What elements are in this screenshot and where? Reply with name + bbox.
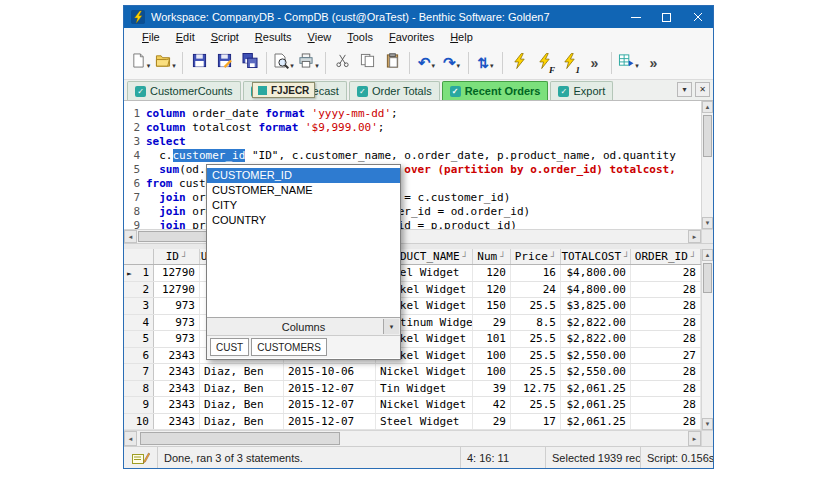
- save-button[interactable]: [188, 50, 211, 76]
- cell-order[interactable]: 28: [631, 298, 701, 314]
- cell-date[interactable]: 2015-12-07: [284, 414, 376, 430]
- cell-price[interactable]: 25.5: [511, 364, 561, 380]
- more-2-button[interactable]: »: [642, 50, 665, 76]
- row-selector[interactable]: 8: [124, 381, 154, 397]
- autocomplete-item[interactable]: CUSTOMER_ID: [207, 168, 400, 183]
- code-text[interactable]: column order_date format 'yyyy-mm-dd';: [146, 107, 398, 121]
- editor-line[interactable]: 4 c.customer_id "ID", c.customer_name, o…: [124, 149, 701, 163]
- cell-num[interactable]: 100: [473, 364, 511, 380]
- chevron-down-icon[interactable]: [489, 54, 494, 72]
- close-button[interactable]: [682, 6, 713, 28]
- editor-line[interactable]: 2column totalcost format '$9,999.00';: [124, 121, 701, 135]
- scroll-down-arrow[interactable]: [702, 217, 713, 229]
- row-selector[interactable]: 5: [124, 331, 154, 347]
- cell-price[interactable]: 8.5: [511, 315, 561, 331]
- cell-order[interactable]: 27: [631, 348, 701, 364]
- grid-corner-cell[interactable]: [124, 249, 154, 264]
- column-header-id[interactable]: ID: [154, 249, 200, 264]
- scroll-left-arrow[interactable]: [124, 431, 137, 446]
- cell-num[interactable]: 100: [473, 348, 511, 364]
- cell-total[interactable]: $2,550.00: [561, 348, 631, 364]
- cell-date[interactable]: 2015-12-07: [284, 381, 376, 397]
- cell-id[interactable]: 12790: [154, 282, 200, 298]
- scrollbar-thumb[interactable]: [703, 263, 712, 293]
- cell-product[interactable]: Nickel Widget: [376, 397, 473, 413]
- cell-price[interactable]: 25.5: [511, 348, 561, 364]
- editor-vertical-scrollbar[interactable]: [701, 101, 713, 229]
- cell-order[interactable]: 28: [631, 282, 701, 298]
- cell-order[interactable]: 28: [631, 315, 701, 331]
- copy-button[interactable]: [356, 50, 379, 76]
- autocomplete-tab-cust[interactable]: CUST: [210, 338, 249, 356]
- cell-name[interactable]: Diaz, Ben: [200, 364, 284, 380]
- cell-total[interactable]: $2,822.00: [561, 315, 631, 331]
- cell-order[interactable]: 28: [631, 414, 701, 430]
- new-document-button[interactable]: [129, 50, 152, 76]
- chevron-down-icon[interactable]: [314, 54, 319, 72]
- chevron-down-icon[interactable]: [289, 54, 294, 72]
- cell-num[interactable]: 101: [473, 331, 511, 347]
- cell-id[interactable]: 973: [154, 298, 200, 314]
- save-all-button[interactable]: [238, 50, 261, 76]
- cell-total[interactable]: $2,061.25: [561, 381, 631, 397]
- editor-line[interactable]: 1column order_date format 'yyyy-mm-dd';: [124, 107, 701, 121]
- column-header-price[interactable]: Price: [511, 249, 561, 264]
- editor-line[interactable]: 3select: [124, 135, 701, 149]
- cell-total[interactable]: $4,800.00: [561, 265, 631, 281]
- column-header-total[interactable]: TOTALCOST: [561, 249, 631, 264]
- print-preview-button[interactable]: [272, 50, 295, 76]
- scroll-up-arrow[interactable]: [702, 249, 713, 261]
- row-selector[interactable]: 2: [124, 282, 154, 298]
- paste-button[interactable]: [381, 50, 404, 76]
- scrollbar-thumb[interactable]: [140, 432, 340, 445]
- menu-item-script[interactable]: Script: [203, 29, 247, 45]
- cut-button[interactable]: [331, 50, 354, 76]
- save-as-button[interactable]: [213, 50, 236, 76]
- export-table-button[interactable]: [617, 50, 640, 76]
- row-selector[interactable]: 6: [124, 348, 154, 364]
- chevron-down-icon[interactable]: [383, 319, 399, 334]
- cell-product[interactable]: Steel Widget: [376, 414, 473, 430]
- cell-num[interactable]: 29: [473, 315, 511, 331]
- chevron-down-icon[interactable]: [456, 54, 461, 72]
- cell-price[interactable]: 12.75: [511, 381, 561, 397]
- cell-price[interactable]: 25.5: [511, 331, 561, 347]
- scroll-right-arrow[interactable]: [688, 431, 701, 446]
- grid-vertical-scrollbar[interactable]: [701, 249, 713, 430]
- grid-horizontal-scrollbar[interactable]: [124, 430, 701, 446]
- minimize-button[interactable]: [620, 6, 651, 28]
- chevron-down-icon[interactable]: [171, 54, 176, 72]
- cell-num[interactable]: 29: [473, 414, 511, 430]
- chevron-down-icon[interactable]: [146, 54, 151, 72]
- scrollbar-thumb[interactable]: [703, 115, 712, 157]
- menu-item-tools[interactable]: Tools: [339, 29, 381, 45]
- menu-item-edit[interactable]: Edit: [168, 29, 203, 45]
- cell-id[interactable]: 2343: [154, 348, 200, 364]
- cell-price[interactable]: 16: [511, 265, 561, 281]
- row-selector[interactable]: 7: [124, 364, 154, 380]
- tab-customercounts[interactable]: CustomerCounts: [127, 81, 241, 100]
- table-row[interactable]: 72343Diaz, Ben2015-10-06Nickel Widget100…: [124, 364, 701, 381]
- cell-price[interactable]: 17: [511, 414, 561, 430]
- autocomplete-item[interactable]: COUNTRY: [207, 213, 400, 228]
- cell-id[interactable]: 2343: [154, 364, 200, 380]
- undo-button[interactable]: ↶: [415, 50, 438, 76]
- cell-id[interactable]: 12790: [154, 265, 200, 281]
- chevron-down-icon[interactable]: [634, 54, 639, 72]
- row-selector[interactable]: 10: [124, 414, 154, 430]
- autocomplete-item[interactable]: CUSTOMER_NAME: [207, 183, 400, 198]
- cell-total[interactable]: $2,061.25: [561, 397, 631, 413]
- cell-product[interactable]: Tin Widget: [376, 381, 473, 397]
- cell-product[interactable]: Nickel Widget: [376, 364, 473, 380]
- title-bar[interactable]: Workspace: CompanyDB - CompDB (cust@OraT…: [124, 6, 713, 28]
- maximize-button[interactable]: [651, 6, 682, 28]
- cell-order[interactable]: 28: [631, 381, 701, 397]
- selected-word[interactable]: customer_id: [173, 149, 246, 162]
- cell-order[interactable]: 28: [631, 265, 701, 281]
- autocomplete-tab-customers[interactable]: CUSTOMERS: [251, 338, 327, 356]
- tab-close-button[interactable]: ✕: [695, 82, 710, 97]
- cell-num[interactable]: 42: [473, 397, 511, 413]
- cell-total[interactable]: $4,800.00: [561, 282, 631, 298]
- cell-name[interactable]: Diaz, Ben: [200, 414, 284, 430]
- fetch-options-button[interactable]: ⇅: [474, 50, 497, 76]
